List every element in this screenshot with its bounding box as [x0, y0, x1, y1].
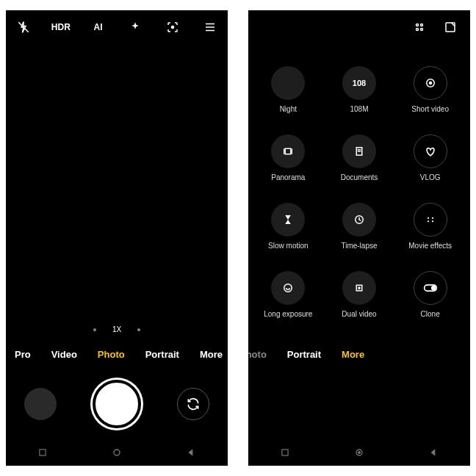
nav-recent-icon[interactable]: [37, 447, 48, 458]
nav-home-icon[interactable]: [353, 447, 365, 458]
mode-portrait[interactable]: Portrait: [287, 349, 321, 360]
mode-short-video[interactable]: Short video: [394, 66, 466, 127]
mode-selector[interactable]: Pro Video Photo Portrait More: [6, 339, 228, 369]
svg-point-19: [428, 217, 429, 219]
edit-icon[interactable]: [444, 21, 457, 34]
mode-label: Dual video: [342, 310, 376, 318]
play-circle-icon: [414, 66, 447, 100]
mode-grid: Night 108 108M Short video Panorama Docu…: [248, 44, 470, 339]
zoom-label[interactable]: 1X: [112, 325, 121, 333]
camera-viewfinder[interactable]: 1X: [6, 44, 228, 339]
svg-rect-14: [286, 148, 292, 154]
mode-label: Slow motion: [268, 242, 308, 250]
mode-label: Night: [280, 105, 297, 113]
svg-point-27: [431, 286, 435, 290]
hamburger-menu-icon[interactable]: [203, 20, 217, 35]
mode-more[interactable]: More: [200, 349, 223, 360]
svg-point-9: [416, 29, 419, 31]
svg-point-20: [432, 217, 433, 219]
panorama-icon: [271, 134, 305, 168]
svg-rect-28: [282, 450, 288, 455]
nav-home-icon[interactable]: [111, 447, 123, 458]
capture-controls-placeholder: [248, 369, 470, 439]
mode-label: Time-lapse: [341, 242, 377, 250]
toggle-icon: [414, 271, 447, 305]
mode-more[interactable]: More: [342, 349, 364, 360]
nav-back-icon[interactable]: [428, 447, 439, 458]
svg-point-1: [172, 26, 174, 29]
svg-point-25: [358, 287, 360, 289]
mode-documents[interactable]: Documents: [324, 134, 395, 195]
google-lens-icon[interactable]: [165, 20, 180, 35]
zoom-dot-tele[interactable]: [137, 328, 140, 331]
android-nav-bar: [6, 439, 228, 466]
mode-slow-motion[interactable]: Slow motion: [253, 203, 324, 264]
clock-icon: [342, 203, 376, 237]
mode-night[interactable]: Night: [253, 66, 324, 127]
svg-point-23: [284, 284, 292, 292]
gallery-thumbnail[interactable]: [24, 388, 57, 420]
document-icon: [342, 134, 376, 168]
magic-wand-icon[interactable]: [128, 20, 143, 35]
svg-point-6: [114, 450, 120, 455]
flash-off-icon[interactable]: [16, 20, 31, 35]
text-108-icon: 108: [342, 66, 376, 100]
zoom-selector[interactable]: 1X: [6, 325, 228, 333]
nav-back-icon[interactable]: [186, 447, 196, 458]
camera-screen-photo: HDR AI 1X Pro Video Photo Portrait More: [6, 10, 228, 466]
mode-label: VLOG: [420, 173, 441, 181]
mode-timelapse[interactable]: Time-lapse: [324, 203, 395, 264]
mode-label: Long exposure: [264, 310, 312, 318]
mode-label: Panorama: [271, 173, 305, 181]
exposure-icon: [271, 271, 305, 305]
mode-photo[interactable]: Photo: [98, 349, 125, 360]
mode-label: Documents: [341, 173, 378, 181]
capture-controls: [6, 369, 228, 439]
dual-icon: [342, 271, 376, 305]
zoom-dot-wide[interactable]: [93, 328, 96, 331]
mode-108m[interactable]: 108 108M: [324, 66, 395, 127]
moon-icon: [271, 66, 305, 100]
top-toolbar-more: [248, 10, 470, 44]
svg-point-22: [432, 220, 433, 222]
svg-point-30: [358, 452, 361, 454]
mode-vlog[interactable]: VLOG: [394, 134, 466, 195]
dots-icon: [414, 203, 447, 237]
hdr-toggle[interactable]: HDR: [54, 20, 68, 35]
camera-screen-more: Night 108 108M Short video Panorama Docu…: [248, 10, 470, 466]
switch-camera-button[interactable]: [177, 388, 209, 420]
ai-toggle[interactable]: AI: [91, 20, 106, 35]
mode-dual-video[interactable]: Dual video: [324, 271, 395, 332]
mode-video[interactable]: Video: [51, 349, 77, 360]
mode-photo-partial[interactable]: Photo: [248, 349, 267, 360]
svg-point-10: [421, 29, 423, 31]
mode-long-exposure[interactable]: Long exposure: [253, 271, 324, 332]
mode-label: 108M: [350, 105, 368, 113]
reorder-icon[interactable]: [413, 21, 426, 34]
mode-label: Clone: [421, 310, 440, 318]
heart-v-icon: [414, 134, 447, 168]
nav-recent-icon[interactable]: [280, 447, 290, 458]
svg-rect-5: [40, 450, 46, 455]
shutter-button[interactable]: [93, 380, 141, 428]
mode-panorama[interactable]: Panorama: [253, 134, 324, 195]
svg-point-21: [428, 220, 429, 222]
mode-pro[interactable]: Pro: [15, 349, 31, 360]
svg-point-7: [416, 24, 419, 26]
mode-label: Movie effects: [408, 242, 452, 250]
svg-point-8: [421, 24, 423, 26]
mode-portrait[interactable]: Portrait: [145, 349, 179, 360]
mode-clone[interactable]: Clone: [394, 271, 466, 332]
hourglass-icon: [271, 203, 305, 237]
android-nav-bar: [248, 439, 470, 466]
svg-point-13: [429, 82, 431, 84]
top-toolbar: HDR AI: [6, 10, 228, 44]
mode-label: Short video: [411, 105, 449, 113]
mode-selector[interactable]: Photo Portrait More: [248, 339, 470, 369]
mode-movie-effects[interactable]: Movie effects: [394, 203, 466, 264]
